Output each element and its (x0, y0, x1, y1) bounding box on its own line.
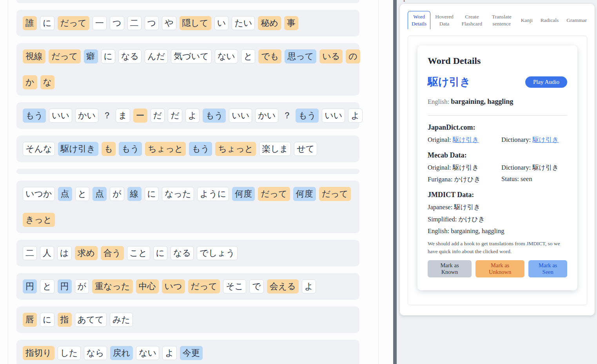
word-token[interactable]: 事 (284, 16, 298, 30)
word-token[interactable]: と (241, 49, 256, 63)
word-token[interactable]: に (40, 313, 54, 327)
word-token[interactable]: に (145, 187, 159, 201)
word-token[interactable]: かい (75, 109, 98, 123)
tab-create-flashcard[interactable]: Create Flashcard (458, 11, 486, 29)
word-token[interactable]: だって (319, 187, 351, 201)
word-token[interactable]: だ (151, 109, 165, 123)
word-token[interactable]: 線 (127, 187, 142, 201)
word-token[interactable]: が (75, 279, 89, 293)
word-token[interactable]: もう (23, 109, 46, 123)
tab-translate-sentence[interactable]: Translate sentence (487, 11, 516, 29)
word-token[interactable]: 重なった (92, 279, 133, 293)
word-token[interactable]: いい (49, 109, 72, 123)
word-token[interactable]: 円 (23, 279, 37, 293)
word-token[interactable]: 思って (285, 49, 316, 63)
word-token[interactable]: んだ (145, 49, 168, 63)
word-token[interactable]: ま (116, 109, 130, 123)
word-token[interactable]: なった (162, 187, 194, 201)
word-token[interactable]: なる (171, 246, 194, 260)
word-token[interactable]: なる (118, 49, 142, 63)
word-token[interactable]: もう (296, 109, 319, 123)
word-token[interactable]: と (40, 279, 54, 293)
word-token[interactable]: ちょっと (215, 142, 256, 156)
word-token[interactable]: つ (145, 16, 159, 30)
word-token[interactable]: 視線 (23, 49, 45, 63)
word-token[interactable]: 中心 (136, 279, 159, 293)
word-token[interactable]: に (40, 16, 54, 30)
word-token[interactable]: 今更 (180, 346, 203, 360)
word-token[interactable]: で (249, 279, 264, 293)
tab-word-details[interactable]: Word Details (408, 11, 430, 29)
word-token[interactable]: 点 (93, 187, 107, 201)
japandict-original-link[interactable]: 駆け引き (453, 136, 479, 143)
word-token[interactable]: よ (302, 279, 316, 293)
word-token[interactable]: 何度 (232, 187, 255, 201)
word-token[interactable]: よ (348, 109, 363, 123)
word-token[interactable]: でも (258, 49, 281, 63)
word-token[interactable]: は (57, 246, 72, 260)
word-token[interactable]: 人 (40, 246, 54, 260)
word-token[interactable]: ちょっと (145, 142, 186, 156)
word-token[interactable]: そこ (223, 279, 246, 293)
word-token[interactable]: に (101, 49, 116, 63)
word-token[interactable]: つ (110, 16, 124, 30)
tab-hovered-data[interactable]: Hovered Data (432, 11, 456, 29)
word-token[interactable]: もう (203, 109, 226, 123)
word-token[interactable]: 合う (101, 246, 124, 260)
word-token[interactable]: 円 (58, 279, 72, 293)
word-token[interactable]: みた (110, 313, 133, 327)
word-token[interactable]: 会える (267, 279, 299, 293)
word-token[interactable]: 誰 (23, 16, 37, 30)
word-token[interactable]: 指切り (23, 346, 54, 360)
mark-as-known-button[interactable]: Mark as Known (428, 260, 472, 277)
word-token[interactable]: に (153, 246, 168, 260)
word-token[interactable]: ない (136, 346, 159, 360)
word-token[interactable]: ー (133, 109, 147, 123)
word-token[interactable]: い (214, 16, 229, 30)
word-token[interactable]: いる (319, 49, 343, 63)
mark-as-unknown-button[interactable]: Mark as Unknown (475, 260, 524, 277)
word-token[interactable]: も (102, 142, 116, 156)
word-token[interactable]: たい (232, 16, 255, 30)
word-token[interactable]: こと (127, 246, 150, 260)
word-token[interactable]: よ (185, 109, 200, 123)
word-token[interactable]: 戻れ (110, 346, 133, 360)
word-token[interactable]: いい (229, 109, 252, 123)
word-token[interactable]: だって (188, 279, 220, 293)
word-token[interactable]: 点 (58, 187, 72, 201)
word-token[interactable]: でしょう (197, 246, 238, 260)
word-token[interactable]: だ (168, 109, 182, 123)
word-token[interactable]: 指 (58, 313, 72, 327)
word-token[interactable]: 二 (127, 16, 142, 30)
word-token[interactable]: ように (197, 187, 229, 201)
pane-resize-handle[interactable] (393, 0, 397, 364)
word-token[interactable]: きっと (23, 213, 55, 227)
mark-as-seen-button[interactable]: Mark as Seen (528, 260, 567, 277)
word-token[interactable]: だって (258, 187, 290, 201)
word-token[interactable]: 唇 (23, 313, 37, 327)
word-token[interactable]: や (162, 16, 176, 30)
word-token[interactable]: が (110, 187, 124, 201)
word-token[interactable]: 楽しま (259, 142, 291, 156)
word-token[interactable]: よ (162, 346, 177, 360)
word-token[interactable]: と (75, 187, 90, 201)
word-token[interactable]: もう (189, 142, 212, 156)
word-token[interactable]: せて (294, 142, 317, 156)
word-token[interactable]: なら (84, 346, 107, 360)
word-token[interactable]: 駆け引き (58, 142, 98, 156)
tab-kanji[interactable]: Kanji (518, 14, 536, 26)
word-token[interactable]: 二 (23, 246, 37, 260)
word-token[interactable]: だって (58, 16, 90, 30)
word-token[interactable]: ない (215, 49, 238, 63)
word-token[interactable]: あてて (75, 313, 107, 327)
word-token[interactable]: もう (119, 142, 142, 156)
word-token[interactable]: だって (49, 49, 81, 63)
word-token[interactable]: 気づいて (171, 49, 212, 63)
word-token[interactable]: 一 (93, 16, 107, 30)
tab-radicals[interactable]: Radicals (537, 14, 562, 26)
word-token[interactable]: いい (322, 109, 345, 123)
play-audio-button[interactable]: Play Audio (525, 76, 567, 88)
word-token[interactable]: 求め (75, 246, 98, 260)
japandict-dictionary-link[interactable]: 駆け引き (532, 136, 559, 143)
word-token[interactable]: な (40, 75, 55, 89)
